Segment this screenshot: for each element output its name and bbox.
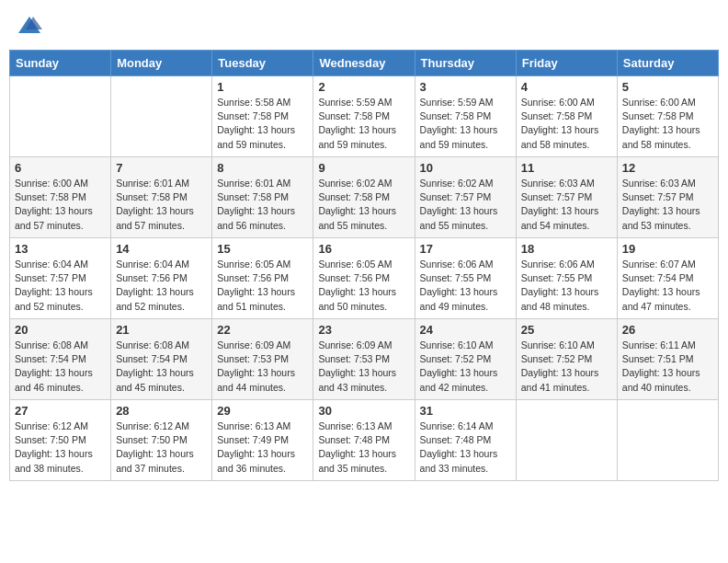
column-header-sunday: Sunday	[10, 51, 111, 76]
day-number: 23	[318, 323, 409, 337]
calendar-cell: 25Sunrise: 6:10 AM Sunset: 7:52 PM Dayli…	[516, 319, 617, 400]
calendar-week-row: 27Sunrise: 6:12 AM Sunset: 7:50 PM Dayli…	[10, 400, 719, 481]
day-detail: Sunrise: 6:08 AM Sunset: 7:54 PM Dayligh…	[116, 339, 207, 395]
day-detail: Sunrise: 6:03 AM Sunset: 7:57 PM Dayligh…	[622, 177, 713, 233]
calendar-cell: 12Sunrise: 6:03 AM Sunset: 7:57 PM Dayli…	[617, 157, 718, 238]
day-detail: Sunrise: 5:59 AM Sunset: 7:58 PM Dayligh…	[318, 96, 409, 152]
column-header-wednesday: Wednesday	[313, 51, 415, 76]
day-detail: Sunrise: 6:02 AM Sunset: 7:57 PM Dayligh…	[420, 177, 511, 233]
day-detail: Sunrise: 5:58 AM Sunset: 7:58 PM Dayligh…	[217, 96, 308, 152]
calendar-cell: 15Sunrise: 6:05 AM Sunset: 7:56 PM Dayli…	[212, 238, 313, 319]
day-detail: Sunrise: 6:12 AM Sunset: 7:50 PM Dayligh…	[116, 419, 207, 476]
day-detail: Sunrise: 6:08 AM Sunset: 7:54 PM Dayligh…	[15, 339, 106, 395]
calendar-cell: 4Sunrise: 6:00 AM Sunset: 7:58 PM Daylig…	[516, 76, 617, 157]
column-header-tuesday: Tuesday	[212, 51, 313, 76]
day-detail: Sunrise: 6:13 AM Sunset: 7:49 PM Dayligh…	[217, 419, 308, 476]
calendar-cell: 30Sunrise: 6:13 AM Sunset: 7:48 PM Dayli…	[313, 400, 415, 481]
calendar-cell: 14Sunrise: 6:04 AM Sunset: 7:56 PM Dayli…	[111, 238, 212, 319]
day-detail: Sunrise: 6:12 AM Sunset: 7:50 PM Dayligh…	[15, 419, 106, 476]
column-header-saturday: Saturday	[617, 51, 718, 76]
calendar-cell: 7Sunrise: 6:01 AM Sunset: 7:58 PM Daylig…	[111, 157, 212, 238]
day-number: 13	[15, 242, 106, 256]
calendar-cell: 18Sunrise: 6:06 AM Sunset: 7:55 PM Dayli…	[516, 238, 617, 319]
calendar-cell	[617, 400, 718, 481]
day-number: 6	[15, 161, 106, 175]
day-number: 28	[116, 404, 207, 418]
day-detail: Sunrise: 6:10 AM Sunset: 7:52 PM Dayligh…	[521, 339, 612, 395]
calendar-cell: 9Sunrise: 6:02 AM Sunset: 7:58 PM Daylig…	[313, 157, 415, 238]
logo-icon	[17, 13, 42, 39]
calendar-cell: 13Sunrise: 6:04 AM Sunset: 7:57 PM Dayli…	[10, 238, 111, 319]
calendar-cell: 21Sunrise: 6:08 AM Sunset: 7:54 PM Dayli…	[111, 319, 212, 400]
day-number: 5	[622, 80, 713, 94]
day-detail: Sunrise: 6:01 AM Sunset: 7:58 PM Dayligh…	[217, 177, 308, 233]
calendar-cell: 20Sunrise: 6:08 AM Sunset: 7:54 PM Dayli…	[10, 319, 111, 400]
day-number: 8	[217, 161, 308, 175]
day-number: 21	[116, 323, 207, 337]
day-number: 26	[622, 323, 713, 337]
day-number: 18	[521, 242, 612, 256]
page-header	[9, 9, 719, 42]
day-detail: Sunrise: 6:11 AM Sunset: 7:51 PM Dayligh…	[622, 339, 713, 395]
day-detail: Sunrise: 6:01 AM Sunset: 7:58 PM Dayligh…	[116, 177, 207, 233]
logo	[17, 13, 44, 39]
calendar-cell: 26Sunrise: 6:11 AM Sunset: 7:51 PM Dayli…	[617, 319, 718, 400]
day-number: 10	[420, 161, 511, 175]
day-number: 19	[622, 242, 713, 256]
day-number: 9	[318, 161, 409, 175]
day-number: 1	[217, 80, 308, 94]
day-detail: Sunrise: 6:14 AM Sunset: 7:48 PM Dayligh…	[420, 419, 511, 476]
day-number: 3	[420, 80, 511, 94]
day-number: 14	[116, 242, 207, 256]
day-number: 25	[521, 323, 612, 337]
calendar-week-row: 13Sunrise: 6:04 AM Sunset: 7:57 PM Dayli…	[10, 238, 719, 319]
calendar-week-row: 20Sunrise: 6:08 AM Sunset: 7:54 PM Dayli…	[10, 319, 719, 400]
day-detail: Sunrise: 6:04 AM Sunset: 7:57 PM Dayligh…	[15, 258, 106, 314]
day-detail: Sunrise: 5:59 AM Sunset: 7:58 PM Dayligh…	[420, 96, 511, 152]
calendar-week-row: 1Sunrise: 5:58 AM Sunset: 7:58 PM Daylig…	[10, 76, 719, 157]
calendar-cell: 8Sunrise: 6:01 AM Sunset: 7:58 PM Daylig…	[212, 157, 313, 238]
day-detail: Sunrise: 6:09 AM Sunset: 7:53 PM Dayligh…	[318, 339, 409, 395]
day-number: 2	[318, 80, 409, 94]
day-detail: Sunrise: 6:03 AM Sunset: 7:57 PM Dayligh…	[521, 177, 612, 233]
day-detail: Sunrise: 6:09 AM Sunset: 7:53 PM Dayligh…	[217, 339, 308, 395]
calendar-table: SundayMondayTuesdayWednesdayThursdayFrid…	[9, 50, 719, 481]
calendar-cell: 23Sunrise: 6:09 AM Sunset: 7:53 PM Dayli…	[313, 319, 415, 400]
calendar-cell: 31Sunrise: 6:14 AM Sunset: 7:48 PM Dayli…	[415, 400, 516, 481]
day-detail: Sunrise: 6:00 AM Sunset: 7:58 PM Dayligh…	[15, 177, 106, 233]
calendar-cell: 5Sunrise: 6:00 AM Sunset: 7:58 PM Daylig…	[617, 76, 718, 157]
day-number: 7	[116, 161, 207, 175]
calendar-cell: 29Sunrise: 6:13 AM Sunset: 7:49 PM Dayli…	[212, 400, 313, 481]
calendar-cell: 10Sunrise: 6:02 AM Sunset: 7:57 PM Dayli…	[415, 157, 516, 238]
calendar-cell: 1Sunrise: 5:58 AM Sunset: 7:58 PM Daylig…	[212, 76, 313, 157]
calendar-cell: 16Sunrise: 6:05 AM Sunset: 7:56 PM Dayli…	[313, 238, 415, 319]
calendar-header-row: SundayMondayTuesdayWednesdayThursdayFrid…	[10, 51, 719, 76]
calendar-cell	[111, 76, 212, 157]
column-header-thursday: Thursday	[415, 51, 516, 76]
day-detail: Sunrise: 6:05 AM Sunset: 7:56 PM Dayligh…	[217, 258, 308, 314]
day-number: 4	[521, 80, 612, 94]
calendar-cell	[10, 76, 111, 157]
calendar-week-row: 6Sunrise: 6:00 AM Sunset: 7:58 PM Daylig…	[10, 157, 719, 238]
day-detail: Sunrise: 6:10 AM Sunset: 7:52 PM Dayligh…	[420, 339, 511, 395]
day-number: 27	[15, 404, 106, 418]
calendar-cell	[516, 400, 617, 481]
day-number: 24	[420, 323, 511, 337]
day-detail: Sunrise: 6:06 AM Sunset: 7:55 PM Dayligh…	[521, 258, 612, 314]
day-number: 30	[318, 404, 409, 418]
day-number: 11	[521, 161, 612, 175]
day-number: 15	[217, 242, 308, 256]
calendar-cell: 27Sunrise: 6:12 AM Sunset: 7:50 PM Dayli…	[10, 400, 111, 481]
day-detail: Sunrise: 6:02 AM Sunset: 7:58 PM Dayligh…	[318, 177, 409, 233]
day-number: 31	[420, 404, 511, 418]
calendar-cell: 22Sunrise: 6:09 AM Sunset: 7:53 PM Dayli…	[212, 319, 313, 400]
calendar-cell: 19Sunrise: 6:07 AM Sunset: 7:54 PM Dayli…	[617, 238, 718, 319]
day-number: 16	[318, 242, 409, 256]
calendar-cell: 6Sunrise: 6:00 AM Sunset: 7:58 PM Daylig…	[10, 157, 111, 238]
day-detail: Sunrise: 6:04 AM Sunset: 7:56 PM Dayligh…	[116, 258, 207, 314]
day-number: 20	[15, 323, 106, 337]
calendar-cell: 28Sunrise: 6:12 AM Sunset: 7:50 PM Dayli…	[111, 400, 212, 481]
calendar-cell: 17Sunrise: 6:06 AM Sunset: 7:55 PM Dayli…	[415, 238, 516, 319]
day-detail: Sunrise: 6:05 AM Sunset: 7:56 PM Dayligh…	[318, 258, 409, 314]
column-header-friday: Friday	[516, 51, 617, 76]
